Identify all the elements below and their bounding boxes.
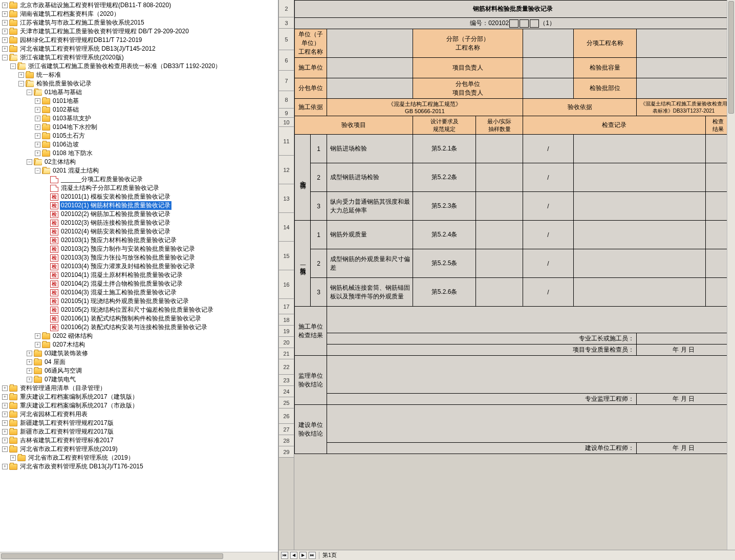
- tree-item[interactable]: −浙江省建筑工程施工质量验收检查用表统一标准（DB33/T 1192-2020）: [0, 62, 278, 71]
- row-number[interactable]: 8: [279, 91, 294, 109]
- row-number[interactable]: 18: [279, 314, 294, 326]
- tree-item[interactable]: 检020103(2) 预应力制作与安装检验批质量验收记录: [0, 245, 278, 253]
- tree-item[interactable]: +资料管理通用清单（目录管理）: [0, 384, 278, 393]
- tree-item[interactable]: +重庆建设工程档案编制系统2017（市政版）: [0, 401, 278, 410]
- right-v-scrollbar[interactable]: [727, 0, 735, 550]
- tree-toggle[interactable]: +: [2, 403, 8, 408]
- tree-item[interactable]: +河北省园林工程资料用表: [0, 410, 278, 419]
- tree-item[interactable]: −检验批质量验收记录: [0, 79, 278, 88]
- tree-item[interactable]: −浙江省建筑工程资料管理系统(2020版): [0, 53, 278, 62]
- tree-toggle[interactable]: +: [35, 133, 40, 139]
- tree-toggle[interactable]: +: [2, 46, 8, 52]
- tree-toggle[interactable]: +: [2, 446, 8, 452]
- page-last-button[interactable]: ⏭: [309, 552, 316, 559]
- tree-item[interactable]: 检020103(3) 预应力张拉与放张检验批质量验收记录: [0, 253, 278, 262]
- tree-toggle[interactable]: +: [2, 394, 8, 400]
- row-number[interactable]: 27: [279, 424, 294, 435]
- row-number[interactable]: 10: [279, 118, 294, 127]
- row-number[interactable]: 12: [279, 156, 294, 184]
- tree-item[interactable]: +0101地基: [0, 97, 278, 105]
- tree-toggle[interactable]: +: [35, 342, 40, 348]
- tree-toggle[interactable]: +: [2, 429, 8, 435]
- tree-item[interactable]: −01地基与基础: [0, 88, 278, 97]
- tree-toggle[interactable]: +: [27, 359, 32, 365]
- tree-toggle[interactable]: +: [18, 72, 24, 78]
- tree-item[interactable]: +0103基坑支护: [0, 114, 278, 123]
- tree-item[interactable]: +0104地下水控制: [0, 123, 278, 132]
- tree-toggle[interactable]: +: [35, 333, 40, 339]
- tree-item[interactable]: +0102基础: [0, 105, 278, 114]
- tree-item[interactable]: +统一标准: [0, 71, 278, 79]
- tree-item[interactable]: +06通风与空调: [0, 367, 278, 375]
- tree-item[interactable]: −0201 混凝土结构: [0, 166, 278, 175]
- row-number[interactable]: 7: [279, 71, 294, 91]
- row-number[interactable]: 25: [279, 397, 294, 408]
- tree-item[interactable]: 检020102(1) 钢筋材料检验批质量验收记录: [0, 201, 278, 210]
- row-number[interactable]: 26: [279, 408, 294, 424]
- row-number[interactable]: 22: [279, 359, 294, 375]
- tree-item[interactable]: +吉林省建筑工程资料管理标准2017: [0, 436, 278, 445]
- tree-toggle[interactable]: −: [2, 55, 8, 60]
- page-prev-button[interactable]: ◀: [290, 552, 297, 559]
- tree-toggle[interactable]: +: [27, 377, 32, 382]
- tree-item[interactable]: +北京市政基础设施工程资料管理规程(DB11-T 808-2020): [0, 1, 278, 10]
- tree-toggle[interactable]: +: [2, 464, 8, 469]
- tree-toggle[interactable]: +: [2, 438, 8, 443]
- tree-item[interactable]: +河北省市政资料管理系统 DB13(J)/T176-2015: [0, 462, 278, 471]
- tree-item[interactable]: +河北省市政工程资料管理系统（2019）: [0, 454, 278, 462]
- tree-toggle[interactable]: +: [2, 20, 8, 26]
- tree-item[interactable]: 检020104(2) 混凝土拌合物检验批质量验收记录: [0, 279, 278, 288]
- tree-item[interactable]: +重庆建设工程档案编制系统2017（建筑版）: [0, 393, 278, 401]
- tree-item[interactable]: +河北省建筑工程资料管理系统 DB13(J)/T145-2012: [0, 45, 278, 53]
- tree-item[interactable]: ______分项工程质量验收记录: [0, 175, 278, 184]
- tree-item[interactable]: 检020104(1) 混凝土原材料检验批质量验收记录: [0, 271, 278, 279]
- row-number[interactable]: 29: [279, 446, 294, 458]
- tree-toggle[interactable]: +: [2, 3, 8, 8]
- row-number[interactable]: 11: [279, 127, 294, 156]
- tree-toggle[interactable]: +: [35, 150, 40, 156]
- tree-item[interactable]: 检020104(3) 混凝土施工检验批质量验收记录: [0, 288, 278, 297]
- tree-item[interactable]: 检020105(2) 现浇结构位置和尺寸偏差检验批质量验收记录: [0, 306, 278, 314]
- tree-item[interactable]: 检020101(1) 模板安装检验批质量验收记录: [0, 192, 278, 201]
- page-first-button[interactable]: ⏮: [281, 552, 288, 559]
- row-number[interactable]: 13: [279, 184, 294, 213]
- tree-item[interactable]: +园林绿化工程资料管理规程DB11/T 712-2019: [0, 36, 278, 45]
- tree-item[interactable]: +04 屋面: [0, 358, 278, 367]
- tree-toggle[interactable]: −: [27, 159, 32, 165]
- tree-toggle[interactable]: +: [27, 368, 32, 374]
- tree-item[interactable]: +新疆市政工程资料管理规程2017版: [0, 427, 278, 436]
- tree-item[interactable]: 检020102(4) 钢筋安装检验批质量验收记录: [0, 227, 278, 236]
- row-number[interactable]: 28: [279, 435, 294, 446]
- tree-item[interactable]: +湖南省建筑工程档案资料库（2020）: [0, 10, 278, 18]
- row-number[interactable]: 6: [279, 50, 294, 71]
- row-number[interactable]: 14: [279, 213, 294, 242]
- tree-item[interactable]: +0108 地下防水: [0, 149, 278, 158]
- tree-item[interactable]: +0202 砌体结构: [0, 332, 278, 340]
- row-number[interactable]: 9: [279, 109, 294, 118]
- row-number[interactable]: 15: [279, 242, 294, 270]
- row-number[interactable]: 17: [279, 299, 294, 314]
- row-number[interactable]: 20: [279, 337, 294, 348]
- tree-item[interactable]: +河北省市政工程资料管理系统(2019): [0, 445, 278, 454]
- tree-item[interactable]: +0207木结构: [0, 340, 278, 349]
- page-next-button[interactable]: ▶: [299, 552, 307, 559]
- tree-toggle[interactable]: +: [2, 11, 8, 17]
- tree-toggle[interactable]: −: [35, 168, 40, 174]
- tree-toggle[interactable]: −: [18, 81, 24, 87]
- tree-toggle[interactable]: +: [35, 116, 40, 121]
- tree-toggle[interactable]: +: [2, 420, 8, 426]
- row-number[interactable]: 21: [279, 348, 294, 359]
- tree-item[interactable]: +07建筑电气: [0, 375, 278, 384]
- row-number[interactable]: 24: [279, 386, 294, 397]
- tree-toggle[interactable]: +: [2, 385, 8, 391]
- tree-toggle[interactable]: +: [10, 455, 16, 461]
- tree-item[interactable]: 检020103(4) 预应力灌浆及封锚检验批质量验收记录: [0, 262, 278, 271]
- tree-toggle[interactable]: −: [27, 90, 32, 95]
- row-number[interactable]: 3: [279, 17, 294, 29]
- row-number[interactable]: 16: [279, 270, 294, 299]
- tree-item[interactable]: 检020106(1) 装配式结构预制构件检验批质量验收记录: [0, 314, 278, 323]
- tree-item[interactable]: −02主体结构: [0, 158, 278, 166]
- tree-item[interactable]: +0106边坡: [0, 140, 278, 149]
- tree-toggle[interactable]: +: [2, 412, 8, 417]
- tree-item[interactable]: +江苏省建筑与市政工程施工质量验收系统2015: [0, 18, 278, 27]
